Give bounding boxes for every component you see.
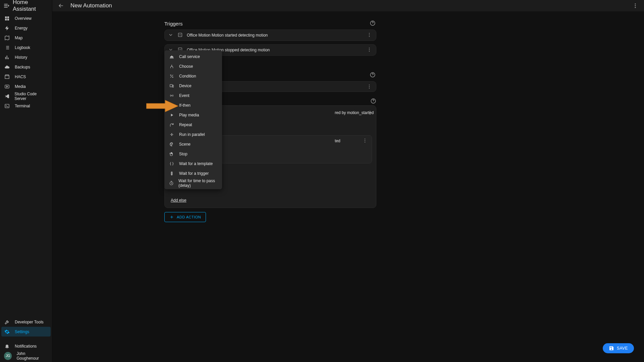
help-icon[interactable] xyxy=(370,98,376,104)
menu-item-label: Stop xyxy=(179,152,187,156)
menu-item-label: Event xyxy=(179,93,190,98)
sidebar-item-label: Notifications xyxy=(15,344,37,349)
menu-item-repeat[interactable]: Repeat xyxy=(164,120,222,130)
action-type-menu: Call service Choose Condition Device Eve… xyxy=(164,50,222,189)
svg-rect-36 xyxy=(172,85,173,87)
menu-item-label: Repeat xyxy=(179,122,192,127)
more-icon[interactable] xyxy=(362,138,368,144)
sidebar-item-vscode[interactable]: Studio Code Server xyxy=(1,91,51,101)
sidebar-item-label: Developer Tools xyxy=(15,320,44,324)
menu-item-label: Play media xyxy=(179,113,199,117)
nested-fragment: ted xyxy=(335,139,340,143)
sidebar-item-history[interactable]: History xyxy=(1,52,51,62)
sidebar-item-label: HACS xyxy=(15,74,26,79)
sidebar-item-media[interactable]: Media xyxy=(1,82,51,91)
svg-point-19 xyxy=(369,48,370,48)
svg-rect-2 xyxy=(5,18,7,20)
menu-item-device[interactable]: Device xyxy=(164,81,222,91)
devices-icon xyxy=(169,83,174,89)
menu-item-event[interactable]: Event xyxy=(164,91,222,100)
annotation-arrow xyxy=(146,100,178,112)
trigger-label: Office Motion Motion started detecting m… xyxy=(187,33,268,38)
svg-rect-7 xyxy=(5,75,9,79)
sidebar-item-label: Studio Code Server xyxy=(14,92,48,101)
help-icon[interactable] xyxy=(370,72,376,79)
back-button[interactable] xyxy=(56,0,66,11)
svg-point-39 xyxy=(171,143,171,143)
menu-item-wait-delay[interactable]: Wait for time to pass (delay) xyxy=(164,178,222,188)
svg-rect-3 xyxy=(7,18,9,20)
cloud-icon xyxy=(4,64,10,70)
sidebar-item-settings[interactable]: Settings xyxy=(1,327,51,337)
svg-point-44 xyxy=(171,174,172,174)
dashboard-icon xyxy=(4,15,10,21)
vscode-icon xyxy=(4,93,10,99)
help-icon[interactable] xyxy=(370,20,376,27)
sidebar-item-overview[interactable]: Overview xyxy=(1,13,51,23)
sidebar-item-devtools[interactable]: Developer Tools xyxy=(1,317,51,327)
sidebar-item-logbook[interactable]: Logbook xyxy=(1,43,51,52)
sidebar-item-energy[interactable]: Energy xyxy=(1,23,51,33)
svg-point-33 xyxy=(170,74,171,75)
menu-item-label: Call service xyxy=(179,54,200,59)
section-title: Triggers xyxy=(164,21,182,27)
menu-item-stop[interactable]: Stop xyxy=(164,149,222,159)
menu-item-condition[interactable]: Condition xyxy=(164,71,222,81)
svg-point-20 xyxy=(369,49,370,50)
more-icon[interactable] xyxy=(367,47,373,53)
svg-point-15 xyxy=(369,33,370,34)
room-service-icon xyxy=(169,54,174,59)
add-action-label: ADD ACTION xyxy=(177,215,201,219)
bell-icon xyxy=(4,343,10,349)
svg-point-38 xyxy=(171,144,171,144)
sidebar-item-backups[interactable]: Backups xyxy=(1,62,51,72)
add-else-link[interactable]: Add else xyxy=(171,198,186,203)
avatar: JG xyxy=(4,352,12,360)
play-icon xyxy=(169,112,174,118)
section-header-triggers: Triggers xyxy=(164,20,376,27)
sidebar-item-label: Backups xyxy=(15,65,30,69)
sidebar-header: Home Assistant xyxy=(0,0,52,11)
menu-item-parallel[interactable]: Run in parallel xyxy=(164,130,222,139)
timer-icon xyxy=(169,180,174,186)
store-icon xyxy=(4,74,10,80)
menu-item-choose[interactable]: Choose xyxy=(164,61,222,71)
sidebar-item-map[interactable]: Map xyxy=(1,33,51,43)
wrench-icon xyxy=(4,319,10,325)
braces-icon xyxy=(169,161,174,166)
sidebar-nav: Overview Energy Map Logbook History Back… xyxy=(0,11,52,113)
sidebar-item-hacs[interactable]: HACS xyxy=(1,72,51,82)
sidebar-item-notifications[interactable]: Notifications xyxy=(1,341,51,351)
play-icon xyxy=(4,84,10,90)
save-button[interactable]: SAVE xyxy=(603,343,634,353)
trigger-row[interactable]: Office Motion Motion started detecting m… xyxy=(165,30,376,41)
sidebar-item-label: Map xyxy=(15,36,22,40)
svg-rect-6 xyxy=(8,57,9,59)
sidebar-item-user[interactable]: JGJohn Goughenour xyxy=(1,351,51,361)
menu-item-wait-template[interactable]: Wait for a template xyxy=(164,159,222,168)
save-label: SAVE xyxy=(617,346,628,351)
more-icon[interactable] xyxy=(367,84,373,90)
svg-point-32 xyxy=(365,142,365,143)
menu-item-scene[interactable]: Scene xyxy=(164,139,222,149)
add-action-button[interactable]: ADD ACTION xyxy=(164,212,206,222)
menu-item-wait-trigger[interactable]: Wait for a trigger xyxy=(164,168,222,178)
overflow-menu-button[interactable] xyxy=(630,0,641,11)
menu-icon[interactable] xyxy=(3,3,9,9)
sidebar-item-label: Logbook xyxy=(15,45,30,50)
menu-item-label: Scene xyxy=(179,142,191,147)
svg-point-30 xyxy=(365,139,365,139)
svg-point-23 xyxy=(369,85,370,85)
svg-point-16 xyxy=(369,35,370,35)
user-name: John Goughenour xyxy=(16,351,48,361)
sidebar-item-terminal[interactable]: Terminal xyxy=(1,101,51,111)
svg-point-11 xyxy=(635,5,636,6)
more-icon[interactable] xyxy=(367,32,373,38)
sidebar-bottom: Developer Tools Settings Notifications J… xyxy=(0,316,52,362)
menu-item-call-service[interactable]: Call service xyxy=(164,52,222,61)
svg-rect-4 xyxy=(5,57,6,59)
terminal-icon xyxy=(4,103,10,109)
trigger-card: Office Motion Motion started detecting m… xyxy=(164,30,376,41)
main: Triggers Office Motion Motion started de… xyxy=(52,11,644,362)
parallel-icon xyxy=(169,132,174,137)
